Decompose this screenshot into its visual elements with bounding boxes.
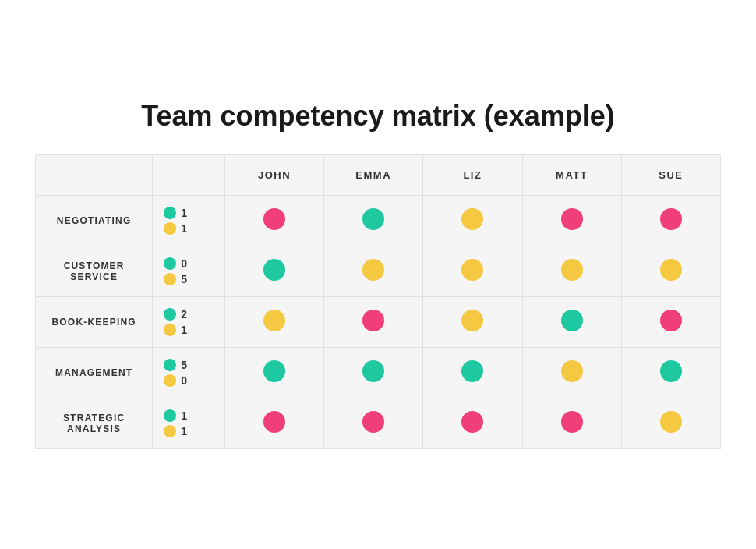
competency-table: JOHN EMMA LIZ MATT SUE NEGOTIATING11CUST… (35, 154, 721, 449)
table-row: STRATEGIC ANALYSIS11 (36, 398, 721, 449)
dot-teal (362, 208, 384, 230)
dot-teal (461, 360, 483, 382)
dot-pink (461, 411, 483, 433)
legend-cell-1: 05 (153, 246, 225, 297)
legend-cell-3: 50 (153, 348, 225, 398)
page-title: Team competency matrix (example) (141, 100, 615, 133)
legend-number: 0 (181, 374, 187, 387)
legend-dot-yellow (164, 273, 176, 285)
dot-yellow (461, 259, 483, 281)
dot-cell-emma-1 (324, 246, 423, 297)
dot-yellow (263, 310, 285, 331)
dot-cell-matt-1 (522, 246, 621, 297)
table-row: CUSTOMER SERVICE05 (36, 246, 721, 297)
dot-cell-emma-0 (324, 196, 423, 246)
legend-dot-yellow (164, 222, 176, 235)
legend-cell-0: 11 (153, 196, 225, 246)
header-liz: LIZ (423, 155, 522, 196)
legend-dot-teal (164, 207, 176, 219)
dot-cell-matt-2 (522, 297, 621, 348)
dot-yellow (362, 259, 384, 281)
legend-number: 5 (181, 359, 187, 371)
dot-cell-john-4 (224, 398, 323, 449)
dot-cell-sue-0 (621, 196, 720, 246)
dot-teal (263, 259, 285, 281)
dot-cell-matt-0 (522, 196, 621, 246)
dot-cell-liz-0 (423, 196, 522, 246)
header-empty-1 (36, 155, 153, 196)
legend-number: 1 (181, 425, 187, 437)
table-row: BOOK-KEEPING21 (36, 297, 721, 348)
legend-cell-4: 11 (153, 398, 225, 449)
legend-number: 0 (181, 257, 187, 270)
dot-cell-john-1 (224, 246, 323, 297)
dot-pink (362, 310, 384, 331)
dot-yellow (561, 259, 583, 281)
skill-label-1: CUSTOMER SERVICE (36, 246, 153, 297)
legend-dot-yellow (164, 374, 176, 387)
table-row: MANAGEMENT50 (36, 348, 721, 398)
header-matt: MATT (522, 155, 621, 196)
dot-pink (660, 310, 682, 331)
dot-cell-sue-2 (621, 297, 720, 348)
dot-cell-emma-4 (324, 398, 423, 449)
dot-cell-liz-2 (423, 297, 522, 348)
dot-cell-emma-3 (324, 348, 423, 398)
dot-pink (362, 411, 384, 433)
legend-number: 5 (181, 273, 187, 285)
skill-label-4: STRATEGIC ANALYSIS (36, 398, 153, 449)
legend-number: 1 (181, 409, 187, 422)
legend-dot-teal (164, 409, 176, 422)
dot-cell-john-0 (224, 196, 323, 246)
legend-dot-teal (164, 359, 176, 371)
legend-number: 2 (181, 308, 187, 321)
skill-label-2: BOOK-KEEPING (36, 297, 153, 348)
skill-label-3: MANAGEMENT (36, 348, 153, 398)
legend-number: 1 (181, 207, 187, 219)
dot-cell-liz-1 (423, 246, 522, 297)
header-emma: EMMA (324, 155, 423, 196)
skill-label-0: NEGOTIATING (36, 196, 153, 246)
dot-pink (561, 411, 583, 433)
dot-pink (263, 411, 285, 433)
dot-cell-liz-3 (423, 348, 522, 398)
legend-dot-teal (164, 308, 176, 321)
dot-teal (263, 360, 285, 382)
dot-yellow (461, 208, 483, 230)
dot-pink (263, 208, 285, 230)
dot-cell-sue-4 (621, 398, 720, 449)
dot-cell-john-3 (224, 348, 323, 398)
dot-pink (660, 208, 682, 230)
dot-cell-sue-1 (621, 246, 720, 297)
dot-teal (561, 310, 583, 331)
dot-cell-john-2 (224, 297, 323, 348)
dot-cell-liz-4 (423, 398, 522, 449)
dot-yellow (561, 360, 583, 382)
dot-yellow (660, 259, 682, 281)
dot-yellow (461, 310, 483, 331)
legend-number: 1 (181, 324, 187, 336)
dot-cell-emma-2 (324, 297, 423, 348)
dot-cell-matt-4 (522, 398, 621, 449)
legend-dot-yellow (164, 324, 176, 336)
header-john: JOHN (224, 155, 323, 196)
header-empty-2 (153, 155, 225, 196)
dot-teal (660, 360, 682, 382)
legend-dot-teal (164, 257, 176, 270)
table-row: NEGOTIATING11 (36, 196, 721, 246)
header-sue: SUE (621, 155, 720, 196)
matrix-container: JOHN EMMA LIZ MATT SUE NEGOTIATING11CUST… (35, 154, 721, 449)
dot-yellow (660, 411, 682, 433)
dot-cell-sue-3 (621, 348, 720, 398)
legend-dot-yellow (164, 425, 176, 437)
header-row: JOHN EMMA LIZ MATT SUE (36, 155, 721, 196)
dot-teal (362, 360, 384, 382)
dot-cell-matt-3 (522, 348, 621, 398)
legend-number: 1 (181, 222, 187, 235)
legend-cell-2: 21 (153, 297, 225, 348)
dot-pink (561, 208, 583, 230)
